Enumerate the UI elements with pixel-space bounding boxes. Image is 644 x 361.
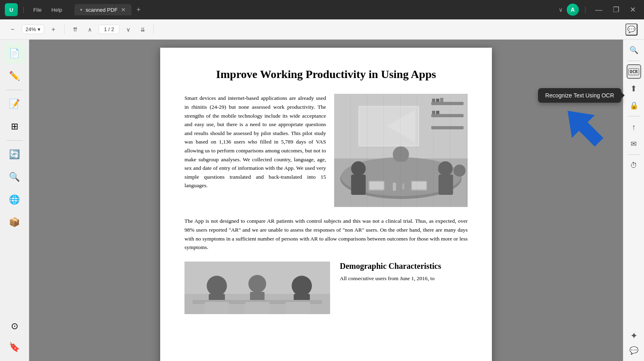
svg-rect-16	[351, 175, 366, 195]
svg-point-17	[393, 146, 409, 163]
left-sidebar: 📄 ✏️ 📝 ⊞ 🔄 🔍 🌐 📦 ⊙ 🔖	[0, 40, 29, 361]
right-sidebar: 🔍 OCR ⬆ 🔒 ↑ ✉ ⏱ ✦	[623, 40, 644, 361]
title-bar: U | File Help ▾ scanned PDF ✕ + ∨ A | — …	[0, 0, 644, 19]
share-btn[interactable]: ↑	[627, 120, 641, 134]
avatar[interactable]: A	[567, 4, 579, 16]
sidebar-item-read[interactable]: 📄	[4, 43, 25, 64]
svg-point-13	[340, 158, 462, 199]
convert-icon: 🔄	[9, 150, 20, 159]
right-divider-2	[628, 116, 640, 116]
svg-rect-7	[440, 98, 443, 102]
export-icon: ⬆	[630, 84, 637, 93]
svg-rect-2	[431, 102, 464, 105]
pdf-bottom-row: Demographic Characteristics All consecut…	[184, 262, 468, 314]
new-tab-btn[interactable]: +	[133, 4, 144, 15]
email-btn[interactable]: ✉	[627, 137, 641, 151]
nav-prev-page-btn[interactable]: ∧	[84, 24, 95, 35]
minimize-btn[interactable]: —	[592, 5, 606, 15]
toolbar-right: 💬	[625, 23, 638, 36]
svg-point-14	[341, 157, 461, 196]
svg-rect-24	[411, 181, 427, 191]
pdf-paragraph-1: Smart devices and internet-based applica…	[184, 94, 326, 190]
history-icon: ⏱	[630, 161, 638, 170]
svg-rect-25	[412, 182, 426, 190]
svg-rect-26	[393, 183, 396, 191]
svg-point-30	[207, 276, 227, 296]
menu-bar: File Help	[29, 5, 66, 15]
nav-first-page-btn[interactable]: ⇈	[70, 24, 81, 35]
pdf-bottom-image	[184, 262, 330, 314]
menu-help[interactable]: Help	[47, 5, 66, 15]
app-logo: U	[5, 3, 18, 16]
svg-rect-10	[358, 106, 419, 146]
pdf-paragraph-3: All consecutive users from June 1, 2016,…	[340, 274, 468, 283]
svg-rect-1	[334, 94, 468, 158]
comment-btn[interactable]: 💬	[625, 23, 638, 36]
sidebar-item-translate[interactable]: 🌐	[4, 189, 25, 210]
sidebar-item-annotate[interactable]: 📝	[4, 93, 25, 114]
toolbar-divider-2	[153, 25, 154, 34]
svg-point-15	[351, 161, 366, 176]
svg-rect-9	[436, 111, 439, 114]
zoom-in-btn[interactable]: +	[47, 23, 59, 36]
annotate-icon: 📝	[9, 99, 20, 108]
sidebar-divider-2	[6, 140, 23, 141]
page-indicator: 1 / 2	[99, 25, 119, 34]
pdf-area[interactable]: Improve Working Productivity in Using Ap…	[29, 40, 623, 361]
zoom-selector[interactable]: 24% ▾	[22, 25, 44, 34]
logo-box: U	[5, 3, 18, 16]
menu-file[interactable]: File	[29, 5, 46, 15]
sidebar-bottom: ⊙ 🔖	[4, 316, 25, 358]
tab-scanned-pdf[interactable]: ▾ scanned PDF ✕	[74, 4, 131, 15]
ocr-tooltip: Recognize Text Using OCR	[538, 88, 621, 103]
sidebar-item-ocr[interactable]: 🔍	[4, 167, 25, 188]
tab-dropdown-icon[interactable]: ▾	[80, 7, 83, 13]
translate-icon: 🌐	[9, 195, 20, 204]
svg-rect-18	[394, 162, 408, 184]
svg-rect-4	[431, 126, 464, 129]
tab-bar: ▾ scanned PDF ✕ +	[74, 4, 555, 15]
svg-rect-27	[402, 184, 405, 190]
edit-icon: ✏️	[9, 72, 20, 80]
pdf-page: Improve Working Productivity in Using Ap…	[160, 48, 492, 361]
sidebar-item-organize[interactable]: ⊞	[4, 116, 25, 137]
pdf-section-title: Demographic Characteristics	[340, 262, 468, 271]
svg-rect-3	[431, 114, 464, 117]
zoom-dropdown-icon: ▾	[38, 26, 40, 32]
history-btn[interactable]: ⏱	[627, 158, 641, 173]
svg-marker-12	[387, 110, 415, 142]
sidebar-item-edit[interactable]: ✏️	[4, 65, 25, 87]
svg-rect-6	[436, 99, 439, 102]
svg-rect-5	[432, 99, 435, 102]
sidebar-item-bookmark[interactable]: 🔖	[4, 337, 25, 358]
ocr-button[interactable]: OCR	[627, 64, 641, 79]
zoom-out-btn[interactable]: −	[6, 23, 19, 36]
close-btn[interactable]: ✕	[627, 4, 639, 15]
nav-last-page-btn[interactable]: ⇊	[137, 24, 148, 35]
ai-btn[interactable]: ✦	[627, 329, 641, 343]
title-bar-right: ∨ A | — ❐ ✕	[559, 4, 639, 16]
sidebar-item-convert[interactable]: 🔄	[4, 144, 25, 165]
svg-point-21	[453, 165, 466, 177]
right-divider-1	[628, 61, 640, 61]
lock-icon: 🔒	[629, 101, 638, 110]
svg-rect-37	[205, 302, 229, 314]
share-icon: ↑	[632, 122, 636, 132]
lock-btn[interactable]: 🔒	[627, 98, 641, 113]
search-btn[interactable]: 🔍	[627, 43, 641, 57]
svg-rect-8	[432, 111, 435, 114]
maximize-btn[interactable]: ❐	[610, 4, 623, 15]
nav-next-page-btn[interactable]: ∨	[123, 24, 134, 35]
read-icon: 📄	[9, 49, 20, 58]
title-chevron-icon[interactable]: ∨	[559, 6, 563, 13]
sidebar-divider-1	[6, 90, 23, 90]
right-sidebar-bottom: ✦ 💬	[627, 329, 641, 358]
export-btn[interactable]: ⬆	[627, 81, 641, 96]
sidebar-item-layers[interactable]: ⊙	[4, 316, 25, 337]
chat-btn[interactable]: 💬	[627, 343, 641, 358]
tab-close-btn[interactable]: ✕	[121, 6, 126, 13]
sidebar-item-compress[interactable]: 📦	[4, 212, 25, 233]
svg-rect-23	[369, 182, 384, 190]
tab-name: scanned PDF	[86, 7, 118, 13]
toolbar: − 24% ▾ + ⇈ ∧ 1 / 2 ∨ ⇊ 💬	[0, 19, 644, 40]
